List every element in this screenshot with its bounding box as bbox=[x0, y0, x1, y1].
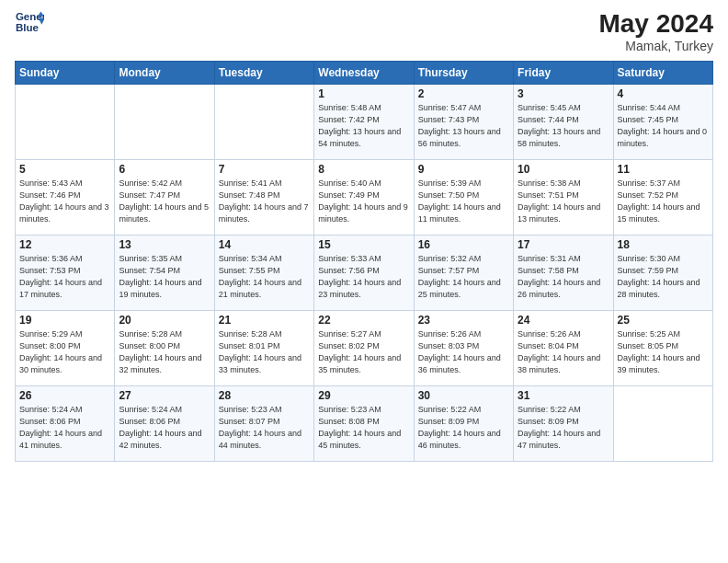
day-number: 16 bbox=[418, 238, 509, 251]
day-info: Sunrise: 5:25 AM Sunset: 8:05 PM Dayligh… bbox=[618, 328, 709, 376]
day-cell: 9Sunrise: 5:39 AM Sunset: 7:50 PM Daylig… bbox=[414, 160, 513, 236]
day-info: Sunrise: 5:28 AM Sunset: 8:00 PM Dayligh… bbox=[119, 328, 210, 376]
day-info: Sunrise: 5:24 AM Sunset: 8:06 PM Dayligh… bbox=[19, 404, 110, 452]
day-number: 4 bbox=[618, 87, 709, 100]
day-info: Sunrise: 5:32 AM Sunset: 7:57 PM Dayligh… bbox=[418, 253, 509, 301]
day-cell: 8Sunrise: 5:40 AM Sunset: 7:49 PM Daylig… bbox=[314, 160, 414, 236]
col-header-tuesday: Tuesday bbox=[214, 62, 313, 85]
day-number: 11 bbox=[618, 163, 709, 176]
day-info: Sunrise: 5:24 AM Sunset: 8:06 PM Dayligh… bbox=[119, 404, 210, 452]
day-info: Sunrise: 5:48 AM Sunset: 7:42 PM Dayligh… bbox=[318, 102, 409, 150]
week-row-3: 12Sunrise: 5:36 AM Sunset: 7:53 PM Dayli… bbox=[16, 236, 713, 311]
day-info: Sunrise: 5:22 AM Sunset: 8:09 PM Dayligh… bbox=[418, 404, 509, 452]
col-header-thursday: Thursday bbox=[414, 62, 513, 85]
day-info: Sunrise: 5:42 AM Sunset: 7:47 PM Dayligh… bbox=[119, 178, 210, 225]
day-info: Sunrise: 5:26 AM Sunset: 8:03 PM Dayligh… bbox=[418, 328, 509, 376]
day-info: Sunrise: 5:23 AM Sunset: 8:08 PM Dayligh… bbox=[318, 404, 409, 452]
day-cell bbox=[16, 85, 115, 160]
day-cell: 3Sunrise: 5:45 AM Sunset: 7:44 PM Daylig… bbox=[514, 85, 613, 160]
day-number: 23 bbox=[418, 314, 509, 327]
week-row-1: 1Sunrise: 5:48 AM Sunset: 7:42 PM Daylig… bbox=[16, 85, 713, 160]
day-cell: 17Sunrise: 5:31 AM Sunset: 7:58 PM Dayli… bbox=[514, 236, 613, 311]
day-number: 17 bbox=[518, 238, 609, 251]
header-row: SundayMondayTuesdayWednesdayThursdayFrid… bbox=[16, 62, 713, 85]
day-number: 20 bbox=[119, 314, 210, 327]
day-cell: 10Sunrise: 5:38 AM Sunset: 7:51 PM Dayli… bbox=[514, 160, 613, 236]
day-cell: 22Sunrise: 5:27 AM Sunset: 8:02 PM Dayli… bbox=[314, 311, 414, 386]
col-header-monday: Monday bbox=[115, 62, 214, 85]
day-cell: 18Sunrise: 5:30 AM Sunset: 7:59 PM Dayli… bbox=[613, 236, 712, 311]
day-info: Sunrise: 5:39 AM Sunset: 7:50 PM Dayligh… bbox=[418, 178, 509, 225]
day-cell: 23Sunrise: 5:26 AM Sunset: 8:03 PM Dayli… bbox=[414, 311, 513, 386]
day-info: Sunrise: 5:44 AM Sunset: 7:45 PM Dayligh… bbox=[618, 102, 709, 150]
day-cell: 11Sunrise: 5:37 AM Sunset: 7:52 PM Dayli… bbox=[613, 160, 712, 236]
week-row-5: 26Sunrise: 5:24 AM Sunset: 8:06 PM Dayli… bbox=[16, 386, 713, 462]
day-cell: 19Sunrise: 5:29 AM Sunset: 8:00 PM Dayli… bbox=[16, 311, 115, 386]
day-cell bbox=[115, 85, 214, 160]
day-cell: 1Sunrise: 5:48 AM Sunset: 7:42 PM Daylig… bbox=[314, 85, 414, 160]
day-cell: 28Sunrise: 5:23 AM Sunset: 8:07 PM Dayli… bbox=[214, 386, 313, 462]
day-number: 31 bbox=[518, 389, 609, 402]
day-cell: 25Sunrise: 5:25 AM Sunset: 8:05 PM Dayli… bbox=[613, 311, 712, 386]
logo-icon: General Blue bbox=[15, 9, 44, 35]
day-number: 15 bbox=[318, 238, 409, 251]
day-info: Sunrise: 5:34 AM Sunset: 7:55 PM Dayligh… bbox=[219, 253, 310, 301]
day-number: 10 bbox=[518, 163, 609, 176]
day-info: Sunrise: 5:30 AM Sunset: 7:59 PM Dayligh… bbox=[618, 253, 709, 301]
day-number: 8 bbox=[318, 163, 409, 176]
day-cell: 26Sunrise: 5:24 AM Sunset: 8:06 PM Dayli… bbox=[16, 386, 115, 462]
day-number: 21 bbox=[219, 314, 310, 327]
day-cell: 15Sunrise: 5:33 AM Sunset: 7:56 PM Dayli… bbox=[314, 236, 414, 311]
day-cell: 6Sunrise: 5:42 AM Sunset: 7:47 PM Daylig… bbox=[115, 160, 214, 236]
day-cell: 7Sunrise: 5:41 AM Sunset: 7:48 PM Daylig… bbox=[214, 160, 313, 236]
day-number: 14 bbox=[219, 238, 310, 251]
day-info: Sunrise: 5:45 AM Sunset: 7:44 PM Dayligh… bbox=[518, 102, 609, 150]
day-cell bbox=[214, 85, 313, 160]
calendar-location: Mamak, Turkey bbox=[598, 39, 713, 53]
day-number: 24 bbox=[518, 314, 609, 327]
day-number: 28 bbox=[219, 389, 310, 402]
col-header-sunday: Sunday bbox=[16, 62, 115, 85]
day-cell: 29Sunrise: 5:23 AM Sunset: 8:08 PM Dayli… bbox=[314, 386, 414, 462]
day-info: Sunrise: 5:38 AM Sunset: 7:51 PM Dayligh… bbox=[518, 178, 609, 225]
calendar-table: SundayMondayTuesdayWednesdayThursdayFrid… bbox=[15, 61, 713, 462]
day-cell: 30Sunrise: 5:22 AM Sunset: 8:09 PM Dayli… bbox=[414, 386, 513, 462]
day-cell: 24Sunrise: 5:26 AM Sunset: 8:04 PM Dayli… bbox=[514, 311, 613, 386]
header: General Blue May 2024 Mamak, Turkey bbox=[15, 9, 713, 53]
day-cell: 14Sunrise: 5:34 AM Sunset: 7:55 PM Dayli… bbox=[214, 236, 313, 311]
col-header-saturday: Saturday bbox=[613, 62, 712, 85]
day-info: Sunrise: 5:40 AM Sunset: 7:49 PM Dayligh… bbox=[318, 178, 409, 225]
day-number: 27 bbox=[119, 389, 210, 402]
day-info: Sunrise: 5:33 AM Sunset: 7:56 PM Dayligh… bbox=[318, 253, 409, 301]
day-number: 12 bbox=[19, 238, 110, 251]
day-number: 26 bbox=[19, 389, 110, 402]
week-row-2: 5Sunrise: 5:43 AM Sunset: 7:46 PM Daylig… bbox=[16, 160, 713, 236]
day-cell bbox=[613, 386, 712, 462]
day-number: 2 bbox=[418, 87, 509, 100]
day-cell: 5Sunrise: 5:43 AM Sunset: 7:46 PM Daylig… bbox=[16, 160, 115, 236]
day-number: 30 bbox=[418, 389, 509, 402]
day-cell: 16Sunrise: 5:32 AM Sunset: 7:57 PM Dayli… bbox=[414, 236, 513, 311]
day-number: 7 bbox=[219, 163, 310, 176]
day-cell: 4Sunrise: 5:44 AM Sunset: 7:45 PM Daylig… bbox=[613, 85, 712, 160]
day-cell: 12Sunrise: 5:36 AM Sunset: 7:53 PM Dayli… bbox=[16, 236, 115, 311]
day-number: 29 bbox=[318, 389, 409, 402]
day-cell: 31Sunrise: 5:22 AM Sunset: 8:09 PM Dayli… bbox=[514, 386, 613, 462]
day-cell: 13Sunrise: 5:35 AM Sunset: 7:54 PM Dayli… bbox=[115, 236, 214, 311]
day-info: Sunrise: 5:43 AM Sunset: 7:46 PM Dayligh… bbox=[19, 178, 110, 225]
day-number: 18 bbox=[618, 238, 709, 251]
day-info: Sunrise: 5:26 AM Sunset: 8:04 PM Dayligh… bbox=[518, 328, 609, 376]
day-number: 1 bbox=[318, 87, 409, 100]
day-number: 5 bbox=[19, 163, 110, 176]
day-cell: 2Sunrise: 5:47 AM Sunset: 7:43 PM Daylig… bbox=[414, 85, 513, 160]
day-number: 3 bbox=[518, 87, 609, 100]
page: General Blue May 2024 Mamak, Turkey Sund… bbox=[0, 0, 728, 563]
col-header-friday: Friday bbox=[514, 62, 613, 85]
logo: General Blue bbox=[15, 9, 44, 35]
day-number: 19 bbox=[19, 314, 110, 327]
title-block: May 2024 Mamak, Turkey bbox=[598, 9, 713, 53]
day-info: Sunrise: 5:47 AM Sunset: 7:43 PM Dayligh… bbox=[418, 102, 509, 150]
calendar-title: May 2024 bbox=[598, 9, 713, 39]
day-number: 25 bbox=[618, 314, 709, 327]
day-info: Sunrise: 5:37 AM Sunset: 7:52 PM Dayligh… bbox=[618, 178, 709, 225]
